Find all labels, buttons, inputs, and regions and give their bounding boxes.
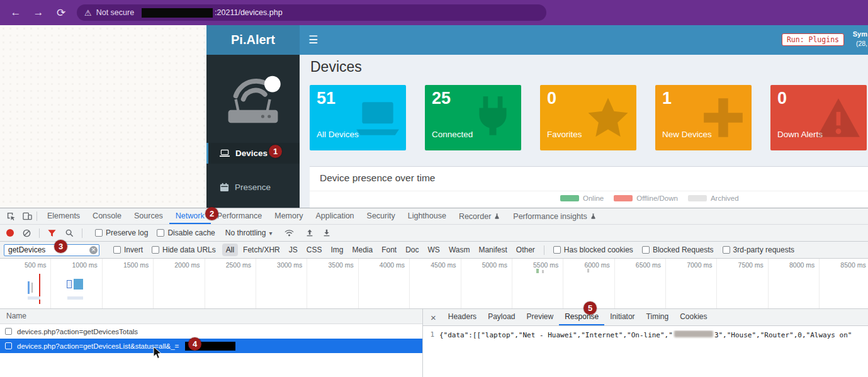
checkbox[interactable] xyxy=(157,229,164,237)
checkbox[interactable] xyxy=(5,328,12,335)
preserve-log-checkbox[interactable]: Preserve log xyxy=(95,228,148,237)
close-icon[interactable]: × xyxy=(423,312,442,323)
third-party-requests-checkbox[interactable]: 3rd-party requests xyxy=(723,245,794,254)
checkbox[interactable] xyxy=(95,229,103,237)
network-timeline[interactable]: 500 ms 1000 ms 1500 ms 2000 ms 2500 ms 3… xyxy=(0,259,868,309)
tab-security[interactable]: Security xyxy=(361,208,402,224)
legend-label: Archived xyxy=(711,194,739,202)
clear-network-log-icon[interactable] xyxy=(22,228,31,238)
tab-timing[interactable]: Timing xyxy=(641,309,675,325)
filter-pill-font[interactable]: Font xyxy=(378,244,400,256)
requests-name-header[interactable]: Name xyxy=(0,309,422,324)
filter-pill-other[interactable]: Other xyxy=(512,244,539,256)
throttling-select[interactable]: No throttling ▾ xyxy=(225,228,273,237)
page-title: Devices xyxy=(310,59,362,76)
refresh-icon[interactable]: ⟳ xyxy=(54,6,68,20)
sidebar-item-label: Devices xyxy=(235,149,268,158)
header-corner-text-bottom: (28, xyxy=(856,40,867,47)
timeline-label: 7000 ms xyxy=(666,259,717,308)
checkbox[interactable] xyxy=(5,342,12,349)
checkbox[interactable] xyxy=(642,246,650,254)
filter-pill-js[interactable]: JS xyxy=(285,244,302,256)
redacted-host xyxy=(142,8,213,18)
checkbox[interactable] xyxy=(152,246,159,254)
card-down-alerts[interactable]: 0 Down Alerts xyxy=(770,85,867,150)
request-row-get-devices-totals[interactable]: devices.php?action=getDevicesTotals xyxy=(0,324,422,339)
tab-payload[interactable]: Payload xyxy=(482,309,521,325)
checkbox[interactable] xyxy=(723,246,730,254)
filter-pill-wasm[interactable]: Wasm xyxy=(445,244,474,256)
card-label: Connected xyxy=(432,130,473,139)
timeline-label: 6500 ms xyxy=(615,259,666,308)
run-plugins-button[interactable]: Run: Plugins xyxy=(782,33,844,46)
card-connected[interactable]: 25 Connected xyxy=(425,85,521,150)
tab-performance-insights[interactable]: Performance insights xyxy=(507,208,602,224)
laptop-icon xyxy=(220,149,230,158)
sidebar-item-presence[interactable]: Presence xyxy=(206,177,300,198)
divider xyxy=(37,211,37,221)
back-icon[interactable]: ← xyxy=(9,6,23,19)
blocked-requests-checkbox[interactable]: Blocked Requests xyxy=(642,245,714,254)
address-bar[interactable]: ⚠ Not secure :20211/devices.php xyxy=(77,4,546,21)
invert-checkbox[interactable]: Invert xyxy=(113,245,143,254)
checkbox[interactable] xyxy=(553,246,561,254)
filter-pill-img[interactable]: Img xyxy=(327,244,347,256)
card-favorites[interactable]: 0 Favorites xyxy=(540,85,636,150)
tab-memory[interactable]: Memory xyxy=(268,208,309,224)
plus-icon xyxy=(700,94,747,142)
timeline-label: 5000 ms xyxy=(461,259,512,308)
filter-pill-media[interactable]: Media xyxy=(348,244,376,256)
tab-performance[interactable]: Performance xyxy=(211,208,269,224)
tab-cookies[interactable]: Cookies xyxy=(674,309,713,325)
filter-pill-css[interactable]: CSS xyxy=(303,244,326,256)
device-toolbar-icon[interactable] xyxy=(21,211,33,221)
checkbox[interactable] xyxy=(113,246,121,254)
filter-icon[interactable] xyxy=(47,228,57,238)
network-conditions-icon[interactable] xyxy=(285,228,294,238)
record-icon[interactable] xyxy=(6,229,14,237)
line-number: 1 xyxy=(423,330,439,339)
filter-pill-all[interactable]: All xyxy=(222,244,238,256)
sidebar-item-devices[interactable]: Devices xyxy=(206,143,300,164)
clear-filter-icon[interactable]: ✕ xyxy=(89,246,98,254)
filter-pill-manifest[interactable]: Manifest xyxy=(475,244,510,256)
disable-cache-checkbox[interactable]: Disable cache xyxy=(157,228,215,237)
inspect-icon[interactable] xyxy=(5,211,16,221)
tab-preview[interactable]: Preview xyxy=(521,309,560,325)
hide-data-urls-checkbox[interactable]: Hide data URLs xyxy=(152,245,216,254)
tab-elements[interactable]: Elements xyxy=(41,208,86,224)
import-har-icon[interactable] xyxy=(305,228,314,237)
timeline-label: 2500 ms xyxy=(205,259,256,308)
card-new-devices[interactable]: 1 New Devices xyxy=(655,85,752,150)
filter-pill-doc[interactable]: Doc xyxy=(402,244,422,256)
tab-console[interactable]: Console xyxy=(86,208,128,224)
divider xyxy=(39,228,40,238)
forward-icon[interactable]: → xyxy=(31,6,45,19)
tab-response[interactable]: Response xyxy=(559,309,604,325)
has-blocked-cookies-checkbox[interactable]: Has blocked cookies xyxy=(553,245,633,254)
filter-pill-fetch-xhr[interactable]: Fetch/XHR xyxy=(239,244,284,256)
waterfall-mark xyxy=(542,270,544,273)
star-icon xyxy=(585,94,631,142)
card-all-devices[interactable]: 51 All Devices xyxy=(310,85,406,150)
tab-sources[interactable]: Sources xyxy=(128,208,169,224)
tab-network[interactable]: Network xyxy=(169,208,211,224)
tab-recorder[interactable]: Recorder xyxy=(453,208,507,224)
response-text: {"data":[["laptop","Net - Huawei","Inter… xyxy=(439,330,852,339)
tab-lighthouse[interactable]: Lighthouse xyxy=(402,208,453,224)
search-icon[interactable] xyxy=(65,228,74,238)
request-row-get-devices-list[interactable]: devices.php?action=getDevicesList&status… xyxy=(0,339,422,353)
hamburger-icon[interactable]: ☰ xyxy=(308,33,318,47)
tab-headers[interactable]: Headers xyxy=(442,309,482,325)
app-logo[interactable]: Pi.Alert xyxy=(206,25,300,55)
response-body[interactable]: 1 {"data":[["laptop","Net - Huawei","Int… xyxy=(423,326,868,339)
tab-initiator[interactable]: Initiator xyxy=(604,309,640,325)
network-filter-input[interactable] xyxy=(4,244,99,256)
network-bottom-split: Name devices.php?action=getDevicesTotals… xyxy=(0,309,868,377)
export-har-icon[interactable] xyxy=(322,228,331,237)
not-secure-label[interactable]: Not secure xyxy=(96,8,134,17)
filter-pill-ws[interactable]: WS xyxy=(424,244,444,256)
tab-application[interactable]: Application xyxy=(309,208,360,224)
card-label: Favorites xyxy=(547,130,582,139)
screenshot-root: ← → ⟳ ⚠ Not secure :20211/devices.php Pi… xyxy=(0,0,868,377)
